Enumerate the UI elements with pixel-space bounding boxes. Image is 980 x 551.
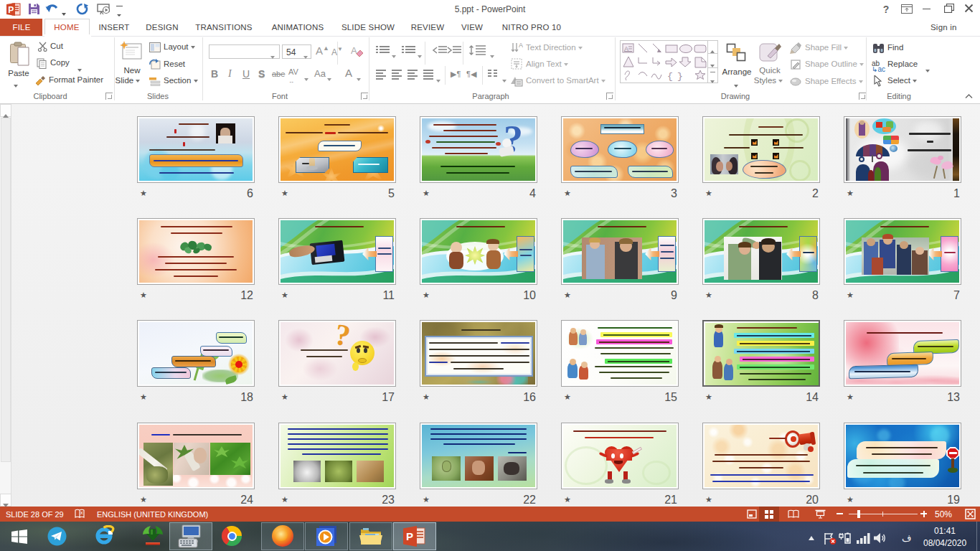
svg-text:A: A bbox=[519, 42, 523, 49]
svg-text:P: P bbox=[406, 530, 413, 542]
svg-text:x: x bbox=[80, 510, 83, 515]
svg-text:A: A bbox=[351, 45, 357, 56]
svg-text:}: } bbox=[677, 71, 683, 82]
svg-text:{: { bbox=[667, 71, 673, 82]
